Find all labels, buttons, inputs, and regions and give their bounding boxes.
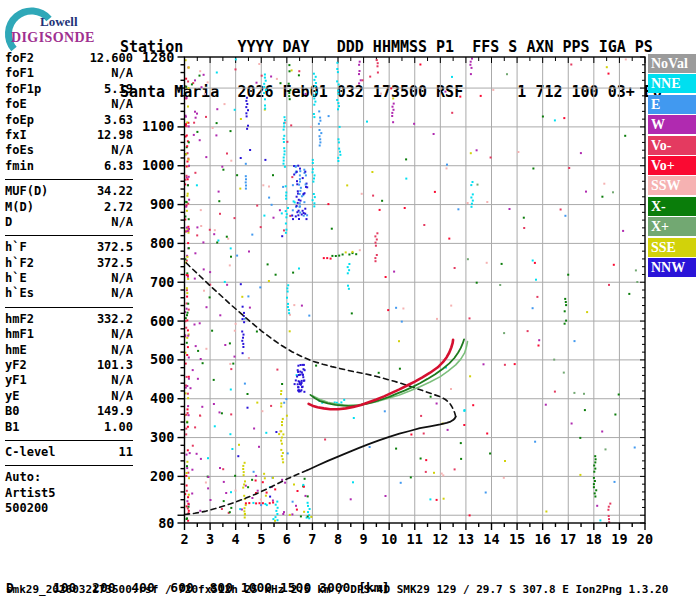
noise-dot: [234, 109, 236, 111]
noise-dot: [423, 433, 425, 435]
noise-dot: [352, 251, 354, 253]
parameter-label: yE: [5, 389, 19, 404]
noise-dot: [301, 386, 303, 388]
noise-dot: [259, 502, 261, 504]
noise-dot: [260, 226, 262, 228]
noise-dot: [207, 476, 209, 478]
noise-dot: [245, 175, 247, 177]
noise-dot: [565, 304, 567, 306]
noise-dot: [224, 344, 226, 346]
parameter-label: h`F2: [5, 256, 34, 271]
noise-dot: [298, 184, 300, 186]
noise-dot: [283, 157, 285, 159]
y-axis-label: 80: [158, 515, 174, 531]
noise-dot: [193, 134, 195, 136]
noise-dot: [490, 157, 492, 159]
noise-dot: [275, 504, 277, 506]
noise-dot: [284, 116, 286, 118]
noise-dot: [193, 122, 195, 124]
noise-dot: [242, 352, 244, 354]
noise-dot: [436, 318, 438, 320]
noise-dot: [345, 251, 347, 253]
noise-dot: [287, 303, 289, 305]
noise-dot: [336, 62, 338, 64]
noise-dot: [532, 307, 534, 309]
noise-dot: [339, 151, 341, 153]
noise-dot: [270, 76, 272, 78]
noise-dot: [186, 472, 188, 474]
parameter-row: fxI12.98: [5, 128, 133, 143]
noise-dot: [197, 378, 199, 380]
noise-dot: [259, 286, 261, 288]
noise-dot: [504, 460, 506, 462]
noise-dot: [242, 468, 244, 470]
noise-dot: [527, 330, 529, 332]
noise-dot: [297, 386, 299, 388]
noise-dot: [310, 516, 312, 518]
noise-dot: [188, 67, 190, 69]
noise-dot: [217, 240, 219, 242]
noise-dot: [315, 82, 317, 84]
noise-dot: [299, 202, 301, 204]
parameter-row: h`F2372.5: [5, 256, 133, 271]
noise-dot: [554, 391, 556, 393]
noise-dot: [535, 279, 537, 281]
noise-dot: [307, 516, 309, 518]
noise-dot: [223, 500, 225, 502]
noise-dot: [467, 202, 469, 204]
x-axis-label: 16: [535, 531, 551, 547]
noise-dot: [188, 87, 190, 89]
noise-dot: [568, 167, 570, 169]
noise-dot: [419, 64, 421, 66]
noise-dot: [358, 73, 360, 75]
noise-dot: [203, 74, 205, 76]
noise-dot: [200, 458, 202, 460]
parameter-row: h`F372.5: [5, 240, 133, 255]
noise-dot: [216, 108, 218, 110]
noise-dot: [264, 74, 266, 76]
noise-dot: [194, 426, 196, 428]
noise-dot: [605, 448, 607, 450]
noise-dot: [293, 304, 295, 306]
status-line: smk29_2026032173500.rsf / 720fx512h 25 k…: [6, 583, 668, 596]
noise-dot: [187, 496, 189, 498]
noise-dot: [302, 376, 304, 378]
noise-dot: [186, 227, 188, 229]
noise-dot: [579, 437, 581, 439]
noise-dot: [289, 215, 291, 217]
noise-dot: [185, 414, 187, 416]
noise-dot: [451, 76, 453, 78]
noise-dot: [470, 152, 472, 154]
parameter-value: 12.98: [97, 128, 133, 143]
parameter-row: yF1N/A: [5, 373, 133, 388]
noise-dot: [234, 475, 236, 477]
noise-dot: [392, 98, 394, 100]
noise-dot: [214, 425, 216, 427]
noise-dot: [283, 511, 285, 513]
noise-dot: [385, 276, 387, 278]
noise-dot: [355, 253, 357, 255]
noise-dot: [472, 181, 474, 183]
noise-dot: [256, 331, 258, 333]
parameter-row: B11.00: [5, 420, 133, 435]
noise-dot: [215, 134, 217, 136]
noise-dot: [221, 412, 223, 414]
noise-dot: [594, 480, 596, 482]
noise-dot: [601, 431, 603, 433]
noise-dot: [564, 323, 566, 325]
noise-dot: [574, 340, 576, 342]
y-axis-label: 1100: [142, 118, 175, 134]
x-axis-label: 14: [483, 531, 499, 547]
noise-dot: [296, 183, 298, 185]
noise-dot: [283, 147, 285, 149]
y-axis-label: 800: [150, 235, 174, 251]
noise-dot: [253, 471, 255, 473]
noise-dot: [446, 167, 448, 169]
noise-dot: [374, 235, 376, 237]
noise-dot: [313, 94, 315, 96]
noise-dot: [467, 258, 469, 260]
y-axis-label: 1280: [142, 49, 175, 65]
noise-dot: [229, 264, 231, 266]
noise-dot: [601, 196, 603, 198]
noise-dot: [251, 234, 253, 236]
